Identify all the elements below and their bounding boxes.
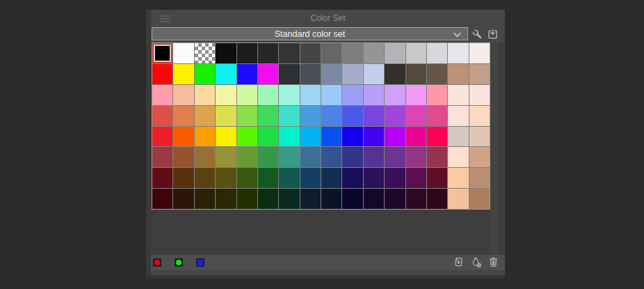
swatch[interactable] [342, 127, 362, 147]
swatch[interactable] [152, 189, 172, 209]
swatch[interactable] [364, 106, 384, 126]
swatch[interactable] [237, 127, 257, 147]
swatch[interactable] [195, 64, 215, 84]
swatch[interactable] [152, 147, 172, 167]
swatch[interactable] [342, 64, 362, 84]
swatch[interactable] [195, 189, 215, 209]
swatch[interactable] [427, 85, 447, 105]
swatch[interactable] [321, 189, 341, 209]
swatch[interactable] [279, 168, 299, 188]
swatch[interactable] [195, 85, 215, 105]
trash-icon[interactable] [487, 256, 500, 269]
swatch[interactable] [279, 106, 299, 126]
blue-color-chip[interactable] [196, 258, 204, 267]
swatch[interactable] [300, 106, 321, 126]
swatch[interactable] [427, 189, 447, 209]
swatch[interactable] [216, 106, 236, 126]
swatch[interactable] [300, 64, 321, 84]
swatch[interactable] [385, 106, 405, 126]
swatch[interactable] [300, 147, 321, 167]
swatch[interactable] [237, 43, 257, 63]
swatch[interactable] [364, 43, 384, 63]
swatch[interactable] [152, 127, 172, 147]
swatch[interactable] [258, 106, 278, 126]
swatch[interactable] [173, 85, 193, 105]
swatch[interactable] [448, 127, 468, 147]
swatch[interactable] [279, 189, 299, 209]
swatch[interactable] [237, 64, 257, 84]
swatch[interactable] [321, 43, 341, 63]
swatch[interactable] [385, 127, 405, 147]
swatch[interactable] [152, 85, 172, 105]
swatch[interactable] [279, 147, 299, 167]
swatch[interactable] [364, 85, 384, 105]
swatch[interactable] [342, 147, 362, 167]
page-down-arrow-icon[interactable] [452, 256, 465, 269]
swatch[interactable] [258, 189, 278, 209]
swatch[interactable] [427, 64, 447, 84]
swatch[interactable] [195, 106, 215, 126]
swatch[interactable] [406, 147, 426, 167]
swatch[interactable] [300, 43, 321, 63]
swatch[interactable] [237, 168, 257, 188]
swatch[interactable] [364, 168, 384, 188]
swatch[interactable] [173, 168, 193, 188]
swatch[interactable] [321, 85, 341, 105]
swatch[interactable] [406, 64, 426, 84]
swatch[interactable] [448, 85, 468, 105]
swatch[interactable] [321, 106, 341, 126]
swatch[interactable] [364, 127, 384, 147]
swatch[interactable] [385, 147, 405, 167]
wrench-icon[interactable] [471, 28, 484, 41]
red-color-chip[interactable] [153, 258, 161, 267]
swatch[interactable] [427, 127, 447, 147]
swatch-transparent[interactable] [195, 43, 215, 63]
swatch[interactable] [258, 64, 278, 84]
swatch[interactable] [364, 147, 384, 167]
swatch[interactable] [173, 127, 193, 147]
swatch[interactable] [385, 189, 405, 209]
swatch[interactable] [427, 168, 447, 188]
green-color-chip[interactable] [175, 258, 183, 267]
swatch[interactable] [237, 106, 257, 126]
swatch[interactable] [321, 127, 341, 147]
swatch[interactable] [258, 147, 278, 167]
swatch[interactable] [342, 168, 362, 188]
swatch[interactable] [364, 189, 384, 209]
swatch[interactable] [406, 168, 426, 188]
swatch[interactable] [469, 189, 490, 209]
swatch[interactable] [279, 127, 299, 147]
swatch[interactable] [427, 147, 447, 167]
swatch[interactable] [406, 43, 426, 63]
scrollbar-track[interactable] [491, 42, 498, 255]
swatch[interactable] [342, 106, 362, 126]
swatch[interactable] [195, 127, 215, 147]
swatch[interactable] [237, 85, 257, 105]
swatch[interactable] [364, 64, 384, 84]
swatch[interactable] [321, 168, 341, 188]
swatch[interactable] [406, 85, 426, 105]
swatch[interactable] [279, 64, 299, 84]
swatch[interactable] [342, 189, 362, 209]
swatch[interactable] [469, 127, 490, 147]
swatch[interactable] [427, 43, 447, 63]
swatch[interactable] [406, 106, 426, 126]
swatch[interactable] [342, 85, 362, 105]
swatch[interactable] [279, 85, 299, 105]
swatch[interactable] [300, 189, 321, 209]
swatch[interactable] [279, 43, 299, 63]
swatch[interactable] [469, 168, 490, 188]
swatch[interactable] [216, 43, 236, 63]
swatch[interactable] [385, 85, 405, 105]
swatch[interactable] [173, 147, 193, 167]
swatch[interactable] [321, 147, 341, 167]
swatch[interactable] [195, 168, 215, 188]
swatch[interactable] [448, 43, 468, 63]
swatch[interactable] [173, 64, 193, 84]
swatch[interactable] [216, 64, 236, 84]
swatch[interactable] [385, 168, 405, 188]
swatch[interactable] [469, 147, 490, 167]
box-down-arrow-icon[interactable] [486, 28, 499, 41]
swatch[interactable] [300, 85, 321, 105]
swatch[interactable] [173, 189, 193, 209]
